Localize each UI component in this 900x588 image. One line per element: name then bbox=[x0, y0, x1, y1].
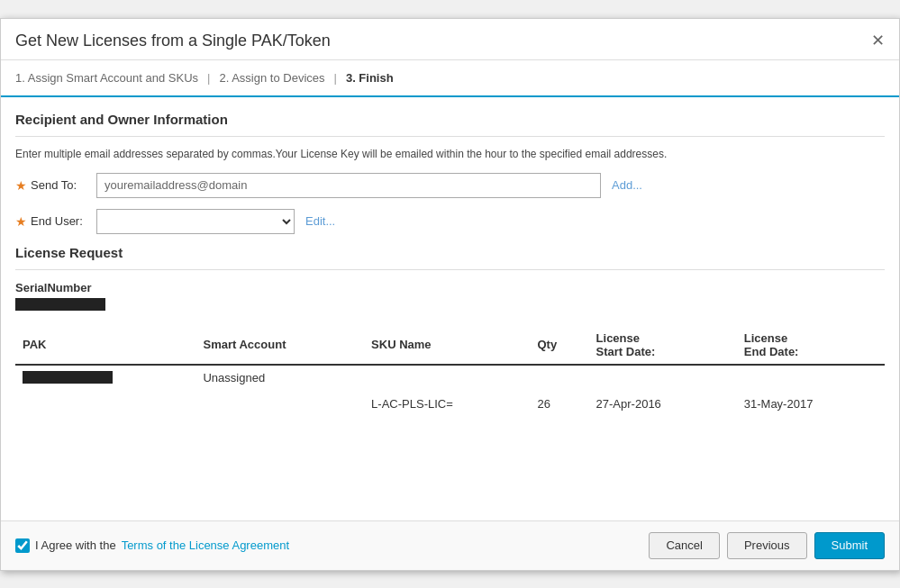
step-3: 3. Finish bbox=[346, 71, 394, 85]
step-2: 2. Assign to Devices bbox=[219, 71, 324, 85]
col-smart-account: Smart Account bbox=[195, 326, 364, 365]
serial-value bbox=[15, 298, 105, 311]
start-date-value-cell: 27-Apr-2016 bbox=[589, 392, 737, 416]
smart-account-cell: Unassigned bbox=[195, 365, 364, 392]
send-to-input[interactable] bbox=[96, 173, 601, 198]
dialog-header: Get New Licenses from a Single PAK/Token… bbox=[1, 19, 899, 60]
sku-name-value-cell: L-AC-PLS-LIC= bbox=[364, 392, 530, 416]
qty-cell bbox=[530, 365, 588, 392]
step-1: 1. Assign Smart Account and SKUs bbox=[15, 71, 198, 85]
license-table: PAK Smart Account SKU Name Qty LicenseSt… bbox=[15, 326, 885, 416]
table-row-sku: L-AC-PLS-LIC= 26 27-Apr-2016 31-May-2017 bbox=[15, 392, 885, 416]
previous-button[interactable]: Previous bbox=[727, 532, 807, 559]
license-divider bbox=[15, 269, 885, 270]
pak-cell bbox=[15, 365, 195, 392]
col-qty: Qty bbox=[530, 326, 588, 365]
send-to-label: ★ Send To: bbox=[15, 178, 96, 193]
recipient-description: Enter multiple email addresses separated… bbox=[15, 148, 885, 160]
dialog-title: Get New Licenses from a Single PAK/Token bbox=[15, 32, 331, 50]
send-to-row: ★ Send To: Add... bbox=[15, 173, 885, 198]
button-area: Cancel Previous Submit bbox=[649, 532, 885, 559]
smart-account-empty-cell bbox=[195, 392, 364, 416]
pak-empty-cell bbox=[15, 392, 195, 416]
qty-value-cell: 26 bbox=[530, 392, 588, 416]
terms-link[interactable]: Terms of the License Agreement bbox=[122, 538, 289, 552]
license-section-title: License Request bbox=[15, 245, 885, 260]
close-button[interactable]: ✕ bbox=[871, 32, 885, 49]
recipient-section: Recipient and Owner Information Enter mu… bbox=[15, 112, 885, 234]
license-section: License Request SerialNumber PAK Smart A… bbox=[15, 245, 885, 416]
cancel-button[interactable]: Cancel bbox=[649, 532, 719, 559]
agree-area: I Agree with the Terms of the License Ag… bbox=[15, 538, 289, 553]
col-license-end: LicenseEnd Date: bbox=[737, 326, 885, 365]
serial-header: SerialNumber bbox=[15, 281, 885, 294]
end-user-required-star: ★ bbox=[15, 214, 27, 229]
separator-1: | bbox=[207, 71, 210, 85]
end-user-select[interactable] bbox=[96, 209, 295, 234]
sku-name-cell bbox=[364, 365, 530, 392]
recipient-section-title: Recipient and Owner Information bbox=[15, 112, 885, 127]
table-row: Unassigned bbox=[15, 365, 885, 392]
dialog-footer: I Agree with the Terms of the License Ag… bbox=[1, 520, 899, 570]
col-pak: PAK bbox=[15, 326, 195, 365]
end-user-label: ★ End User: bbox=[15, 214, 96, 229]
wizard-steps: 1. Assign Smart Account and SKUs | 2. As… bbox=[1, 60, 899, 97]
end-user-row: ★ End User: Edit... bbox=[15, 209, 885, 234]
start-date-cell bbox=[589, 365, 737, 392]
add-link[interactable]: Add... bbox=[612, 178, 642, 192]
agree-checkbox[interactable] bbox=[15, 538, 30, 553]
send-to-required-star: ★ bbox=[15, 178, 27, 193]
table-header-row: PAK Smart Account SKU Name Qty LicenseSt… bbox=[15, 326, 885, 365]
col-license-start: LicenseStart Date: bbox=[589, 326, 737, 365]
col-sku-name: SKU Name bbox=[364, 326, 530, 365]
end-date-cell bbox=[737, 365, 885, 392]
recipient-divider bbox=[15, 136, 885, 137]
submit-button[interactable]: Submit bbox=[814, 532, 885, 559]
end-date-value-cell: 31-May-2017 bbox=[737, 392, 885, 416]
agree-prefix-text: I Agree with the bbox=[35, 538, 116, 552]
pak-cell-value bbox=[23, 371, 113, 384]
edit-link[interactable]: Edit... bbox=[305, 214, 335, 228]
end-user-dropdown-container: Edit... bbox=[96, 209, 335, 234]
dialog-body: Recipient and Owner Information Enter mu… bbox=[1, 97, 899, 520]
main-dialog: Get New Licenses from a Single PAK/Token… bbox=[0, 18, 900, 571]
separator-2: | bbox=[334, 71, 337, 85]
